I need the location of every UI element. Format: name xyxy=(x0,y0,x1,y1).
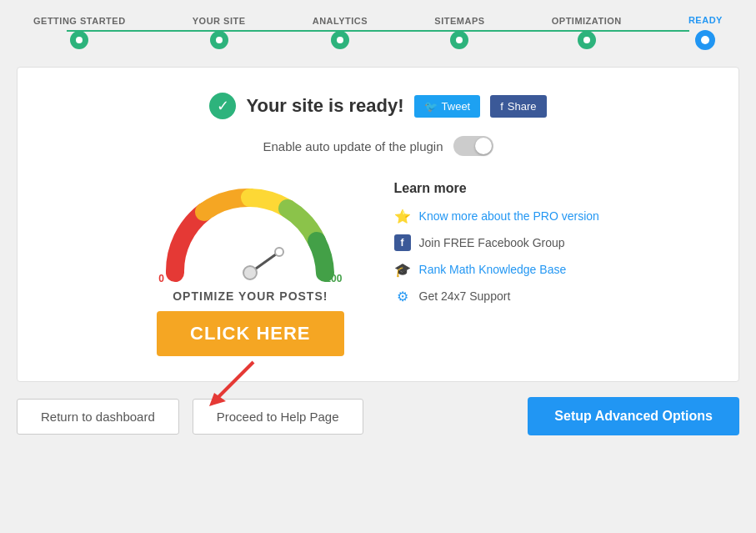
step-dot xyxy=(70,31,88,49)
step-dot xyxy=(450,31,468,49)
gauge-section: 0 100 OPTIMIZE YOUR POSTS! CLICK HERE xyxy=(157,181,343,356)
svg-marker-4 xyxy=(209,393,226,406)
footer: Return to dashboard Proceed to Help Page… xyxy=(0,382,756,450)
svg-point-1 xyxy=(243,266,257,279)
content-area: 0 100 OPTIMIZE YOUR POSTS! CLICK HERE Le… xyxy=(51,181,705,356)
main-card: ✓ Your site is ready! 🐦 Tweet f Share En… xyxy=(17,67,739,382)
footer-left: Return to dashboard Proceed to Help Page xyxy=(17,399,363,435)
pro-version-link[interactable]: Know more about the PRO version xyxy=(419,209,599,223)
gauge-wrapper xyxy=(158,181,342,281)
svg-point-2 xyxy=(275,248,283,256)
step-dot xyxy=(331,31,349,49)
setup-advanced-button[interactable]: Setup Advanced Options xyxy=(528,397,739,435)
click-here-button[interactable]: CLICK HERE xyxy=(157,311,343,356)
ready-header: ✓ Your site is ready! 🐦 Tweet f Share xyxy=(51,93,705,119)
ready-title: Your site is ready! xyxy=(246,95,403,117)
step-dot xyxy=(578,31,596,49)
step-sitemaps[interactable]: SITEMAPS xyxy=(434,16,484,49)
step-ready[interactable]: READY xyxy=(688,15,723,50)
red-arrow-icon xyxy=(199,358,266,408)
share-button[interactable]: f Share xyxy=(490,95,546,118)
learn-item-facebook[interactable]: f Join FREE Facebook Group xyxy=(394,234,599,251)
learn-more-title: Learn more xyxy=(394,181,599,196)
optimize-text: OPTIMIZE YOUR POSTS! xyxy=(173,289,328,303)
learn-more-section: Learn more ⭐ Know more about the PRO ver… xyxy=(394,181,599,314)
support-link[interactable]: Get 24x7 Support xyxy=(419,289,511,303)
step-label: OPTIMIZATION xyxy=(552,16,622,26)
auto-update-toggle[interactable] xyxy=(453,136,493,156)
graduation-icon: 🎓 xyxy=(394,261,411,278)
step-dot xyxy=(210,31,228,49)
svg-line-3 xyxy=(216,362,253,400)
facebook-link[interactable]: Join FREE Facebook Group xyxy=(419,236,565,249)
step-dot-ready xyxy=(695,30,715,50)
toggle-knob xyxy=(475,138,492,154)
step-label: SITEMAPS xyxy=(434,16,484,26)
step-label: GETTING STARTED xyxy=(33,16,126,26)
gauge-chart xyxy=(158,181,342,289)
facebook-icon: f xyxy=(394,234,411,251)
step-label: YOUR SITE xyxy=(193,16,246,26)
facebook-icon: f xyxy=(500,100,503,113)
return-dashboard-button[interactable]: Return to dashboard xyxy=(17,399,179,435)
step-optimization[interactable]: OPTIMIZATION xyxy=(552,16,622,49)
tweet-button[interactable]: 🐦 Tweet xyxy=(414,95,481,118)
learn-item-pro[interactable]: ⭐ Know more about the PRO version xyxy=(394,208,599,224)
learn-item-support[interactable]: ⚙ Get 24x7 Support xyxy=(394,288,599,304)
step-label-ready: READY xyxy=(688,15,723,25)
knowledge-base-link[interactable]: Rank Math Knowledge Base xyxy=(419,263,567,276)
support-icon: ⚙ xyxy=(394,288,411,304)
step-getting-started[interactable]: GETTING STARTED xyxy=(33,16,126,49)
progress-bar: GETTING STARTED YOUR SITE ANALYTICS SITE… xyxy=(0,0,756,58)
step-analytics[interactable]: ANALYTICS xyxy=(313,16,368,49)
auto-update-row: Enable auto update of the plugin xyxy=(51,136,705,156)
twitter-icon: 🐦 xyxy=(424,100,438,113)
step-label: ANALYTICS xyxy=(313,16,368,26)
auto-update-label: Enable auto update of the plugin xyxy=(263,139,443,153)
checkmark-icon: ✓ xyxy=(209,93,236,119)
star-icon: ⭐ xyxy=(394,208,411,224)
step-your-site[interactable]: YOUR SITE xyxy=(193,16,246,49)
learn-item-knowledge[interactable]: 🎓 Rank Math Knowledge Base xyxy=(394,261,599,278)
